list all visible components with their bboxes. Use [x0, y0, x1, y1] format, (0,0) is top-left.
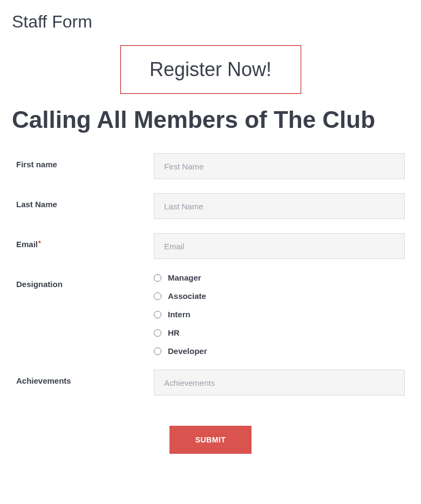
- designation-options: Manager Associate Intern HR Developer: [154, 273, 405, 356]
- designation-radio-developer[interactable]: [154, 348, 161, 355]
- achievements-input[interactable]: [154, 370, 405, 396]
- email-wrap: [154, 233, 405, 259]
- designation-option-label: Intern: [168, 310, 191, 319]
- designation-option-hr: HR: [154, 328, 405, 337]
- designation-radio-associate[interactable]: [154, 292, 161, 300]
- required-star-icon: *: [38, 240, 41, 247]
- register-banner-text: Register Now!: [150, 58, 271, 80]
- designation-option-label: HR: [168, 328, 180, 337]
- last-name-label: Last Name: [16, 193, 154, 209]
- designation-label: Designation: [16, 273, 154, 289]
- first-name-input[interactable]: [154, 153, 405, 179]
- last-name-input[interactable]: [154, 193, 405, 219]
- first-name-row: First name: [16, 153, 405, 179]
- designation-option-manager: Manager: [154, 273, 405, 282]
- staff-form: First name Last Name Email* Designation …: [0, 134, 421, 459]
- designation-option-label: Associate: [168, 291, 206, 301]
- email-row: Email*: [16, 233, 405, 259]
- designation-option-associate: Associate: [154, 291, 405, 301]
- designation-radio-intern[interactable]: [154, 311, 161, 318]
- register-banner-box: Register Now!: [120, 45, 301, 94]
- designation-option-label: Developer: [168, 346, 207, 356]
- last-name-row: Last Name: [16, 193, 405, 219]
- first-name-wrap: [154, 153, 405, 179]
- designation-radio-manager[interactable]: [154, 274, 161, 282]
- designation-row: Designation Manager Associate Intern HR …: [16, 273, 405, 356]
- page-title: Staff Form: [0, 0, 421, 32]
- first-name-label: First name: [16, 153, 154, 169]
- achievements-wrap: [154, 370, 405, 396]
- submit-button[interactable]: SUBMIT: [169, 426, 252, 454]
- subheading: Calling All Members of The Club: [0, 94, 421, 134]
- email-input[interactable]: [154, 233, 405, 259]
- email-label-text: Email: [16, 240, 38, 249]
- achievements-label: Achievements: [16, 370, 154, 385]
- achievements-row: Achievements: [16, 370, 405, 396]
- last-name-wrap: [154, 193, 405, 219]
- designation-radio-hr[interactable]: [154, 329, 161, 337]
- designation-option-developer: Developer: [154, 346, 405, 356]
- email-label: Email*: [16, 233, 154, 249]
- designation-option-intern: Intern: [154, 310, 405, 319]
- submit-row: SUBMIT: [16, 410, 405, 459]
- designation-option-label: Manager: [168, 273, 201, 282]
